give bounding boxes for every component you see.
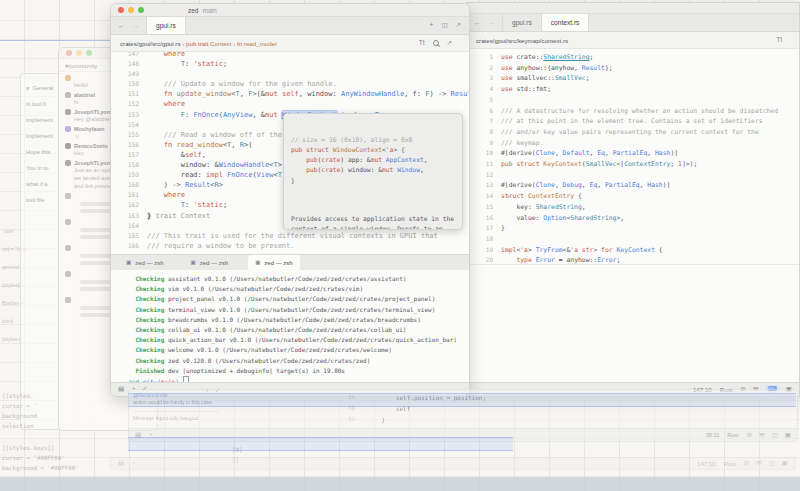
code-token: pub struct bbox=[291, 146, 333, 153]
window-titlebar: zed main bbox=[111, 4, 469, 17]
code-text: impl<'a> TryFrom<&'a str> for KeyContext… bbox=[501, 245, 799, 256]
line-number: 153 bbox=[117, 110, 147, 120]
avatar bbox=[65, 92, 71, 98]
text-line: Checking breadcrumbs v0.1.0 (/Users/nate… bbox=[121, 315, 469, 325]
code-token: , bbox=[424, 156, 428, 163]
code-token: smallvec:: bbox=[513, 74, 555, 82]
code-token bbox=[147, 90, 164, 98]
terminal-icon[interactable]: ▣ bbox=[785, 432, 791, 439]
tab-gpui-rs[interactable]: gpui.rs bbox=[146, 17, 186, 34]
traffic-lights bbox=[118, 7, 144, 13]
breadcrumb[interactable]: crates/gpui/src/gpui.rs › pub trait Cont… bbox=[111, 35, 469, 52]
line-number: 20 bbox=[475, 255, 501, 264]
buffer-font-icon[interactable]: Tt bbox=[776, 37, 782, 44]
nav-forward-icon[interactable]: → bbox=[488, 19, 495, 26]
code-text: use anyhow::{anyhow, Result}; bbox=[501, 63, 799, 74]
code-token: Error bbox=[536, 256, 555, 264]
zoom-pane-icon[interactable]: ↗ bbox=[456, 22, 461, 29]
expand-icon[interactable]: ↗ bbox=[447, 40, 452, 47]
close-icon[interactable] bbox=[118, 7, 124, 13]
project-panel-icon[interactable]: ▤ bbox=[135, 432, 141, 439]
window-titlebar-sliver bbox=[467, 3, 799, 14]
split-icon[interactable]: ◫ bbox=[769, 460, 775, 467]
project-panel-icon[interactable]: ▤ bbox=[118, 386, 124, 393]
terminal-icon[interactable]: ▣ bbox=[782, 460, 788, 467]
code-text: T: 'static; bbox=[147, 59, 469, 69]
terminal-tab[interactable]: ▣zed — zsh bbox=[248, 255, 300, 270]
code-token: )] bbox=[670, 149, 678, 157]
avatar bbox=[65, 75, 71, 81]
buffer-font-icon[interactable]: Tt bbox=[419, 40, 425, 47]
code-line: 152 where bbox=[117, 99, 469, 109]
copilot-icon[interactable]: ⊙ bbox=[744, 460, 749, 467]
maximize-icon bbox=[86, 50, 92, 56]
faded-bottom-bar bbox=[0, 477, 800, 491]
code-token: { bbox=[574, 192, 582, 200]
line-number: 6 bbox=[475, 106, 501, 117]
project-panel-icon[interactable]: ▤ bbox=[118, 460, 124, 467]
line-number: 5 bbox=[475, 95, 501, 106]
code-token: zed v0.120.0 (/Users/natebutler/Code/zed… bbox=[164, 357, 370, 364]
terminal-tab-label: zed — zsh bbox=[135, 260, 163, 266]
code-token: Default bbox=[563, 149, 590, 157]
code-line: 17} bbox=[475, 223, 799, 234]
line-number: 11 bbox=[475, 159, 501, 170]
fold-chevron-icon[interactable]: ▾ bbox=[507, 191, 510, 202]
code-token: pub bbox=[306, 166, 317, 173]
close-icon bbox=[66, 50, 72, 56]
code-token: , bbox=[582, 203, 586, 211]
code-text: /// Update a window for the given handle… bbox=[147, 79, 469, 89]
fold-chevron-icon[interactable]: ▾ bbox=[507, 245, 510, 256]
code-token: SharedString bbox=[536, 203, 582, 211]
nav-back-icon[interactable]: ← bbox=[474, 19, 481, 26]
tab-gpui-rs[interactable]: gpui.rs bbox=[502, 14, 542, 31]
code-token: context of a single window. Derefs to an bbox=[291, 225, 443, 230]
code-text: struct ContextEntry { bbox=[501, 191, 799, 202]
maximize-icon[interactable] bbox=[138, 7, 144, 13]
cursor-position: 147:10 bbox=[697, 461, 715, 467]
copilot-icon[interactable]: ⊙ bbox=[747, 432, 752, 439]
nav-back-icon[interactable]: ← bbox=[118, 22, 125, 29]
code-token: dev [unoptimized + debuginfo] target(s) … bbox=[164, 367, 345, 374]
code-token: T bbox=[278, 171, 282, 179]
breadcrumb[interactable]: crates/gpui/src/keymap/context.rs Tt bbox=[467, 32, 799, 49]
terminal-tab[interactable]: ▣zed — zsh bbox=[119, 255, 171, 270]
code-line: 148 T: 'static; bbox=[117, 59, 469, 69]
terminal-tab-icon: ▣ bbox=[126, 260, 131, 266]
split-pane-icon[interactable]: ◫ bbox=[441, 22, 447, 29]
code-token: >, bbox=[616, 214, 624, 222]
avatar bbox=[65, 297, 71, 303]
collab-icon[interactable]: ◔ bbox=[148, 432, 152, 439]
feedback-icon[interactable]: ✉ bbox=[756, 460, 761, 467]
code-editor[interactable]: 147 where148 T: 'static;149150 /// Updat… bbox=[111, 52, 469, 254]
minimize-icon[interactable] bbox=[128, 7, 134, 13]
collab-icon[interactable]: ◔ bbox=[205, 388, 209, 395]
code-token bbox=[147, 100, 164, 108]
code-token: assistant v0.1.0 (/Users/natebutler/Code… bbox=[164, 275, 406, 282]
avatar bbox=[65, 193, 71, 199]
text-line: context of a single window. Derefs to an bbox=[291, 224, 455, 230]
code-token: 'a bbox=[520, 246, 528, 254]
collab-icon[interactable]: ◔ bbox=[131, 460, 135, 467]
project-title[interactable]: zed bbox=[188, 7, 198, 14]
code-token: ) window: & bbox=[340, 166, 382, 173]
diagnostics-icon[interactable]: ✓ bbox=[215, 388, 220, 395]
tab-context-rs[interactable]: context.rs bbox=[542, 14, 590, 31]
code-text: use smallvec::SmallVec; bbox=[501, 73, 799, 84]
code-token: 'a bbox=[570, 246, 578, 254]
terminal-output[interactable]: Checking assistant v0.1.0 (/Users/natebu… bbox=[111, 270, 469, 385]
code-text: where bbox=[147, 52, 469, 59]
code-token: where bbox=[164, 100, 185, 108]
search-icon[interactable] bbox=[433, 40, 439, 46]
line-number: 155 bbox=[117, 130, 147, 140]
line-number: 9 bbox=[475, 138, 501, 149]
split-icon[interactable]: ◫ bbox=[772, 432, 778, 439]
terminal-tab[interactable]: ▣zed — zsh bbox=[184, 255, 236, 270]
text-line: Checking project_panel v0.1.0 (/Users/na… bbox=[121, 294, 469, 304]
code-editor[interactable]: 1ϟuse crate::SharedString;2use anyhow::{… bbox=[467, 49, 799, 264]
feedback-icon[interactable]: ✉ bbox=[759, 432, 764, 439]
code-token: AnyWindowHandle bbox=[341, 90, 404, 98]
nav-forward-icon[interactable]: → bbox=[132, 22, 139, 29]
new-tab-icon[interactable]: + bbox=[430, 22, 434, 29]
branch-name[interactable]: main bbox=[202, 7, 216, 14]
